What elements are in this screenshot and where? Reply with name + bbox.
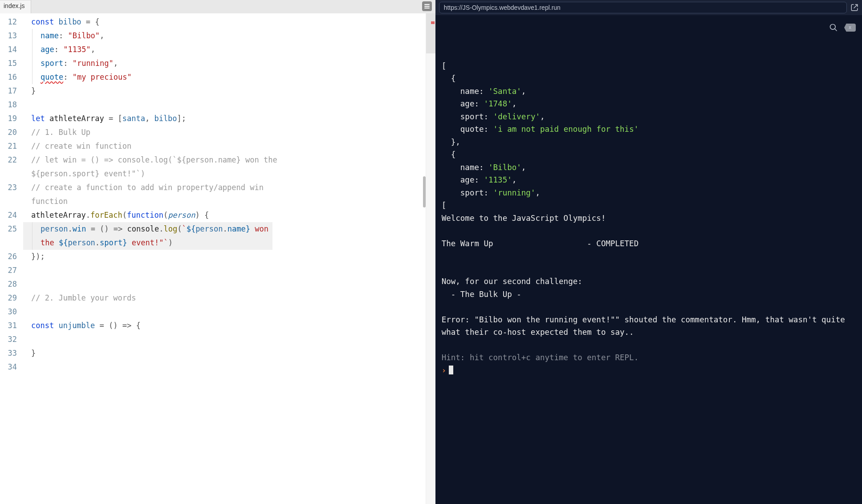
terminal-tools: x bbox=[829, 23, 856, 32]
code-area[interactable]: const bilbo = {name: "Bilbo",age: "1135"… bbox=[23, 13, 435, 504]
tab-bar: index.js bbox=[0, 0, 435, 13]
editor-pane: index.js 1213141516171819202122232425262… bbox=[0, 0, 435, 504]
search-icon[interactable] bbox=[829, 23, 838, 32]
minimap-error-mark bbox=[431, 21, 435, 24]
svg-point-0 bbox=[830, 24, 835, 30]
minimap[interactable] bbox=[426, 13, 435, 504]
minimap-viewport[interactable] bbox=[426, 13, 435, 53]
open-external-icon[interactable] bbox=[850, 4, 858, 12]
menu-icon[interactable] bbox=[422, 1, 432, 11]
code-editor[interactable]: 1213141516171819202122232425262728293031… bbox=[0, 13, 435, 504]
svg-line-1 bbox=[834, 29, 837, 31]
line-gutter: 1213141516171819202122232425262728293031… bbox=[0, 13, 23, 504]
url-bar-row: https://JS-Olympics.webdevdave1.repl.run bbox=[435, 0, 862, 15]
terminal-output[interactable]: x [ { name: 'Santa', age: '1748', sport:… bbox=[435, 15, 862, 504]
scrollbar-thumb[interactable] bbox=[423, 176, 426, 207]
run-url-input[interactable]: https://JS-Olympics.webdevdave1.repl.run bbox=[439, 2, 847, 13]
terminal-pane: https://JS-Olympics.webdevdave1.repl.run… bbox=[435, 0, 862, 504]
file-tab[interactable]: index.js bbox=[0, 0, 31, 13]
clear-icon[interactable]: x bbox=[844, 24, 856, 32]
